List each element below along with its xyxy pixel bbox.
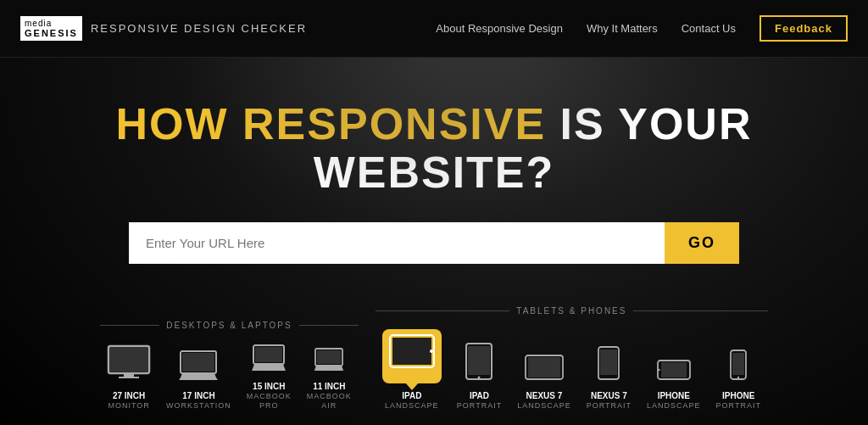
- iphone-portrait-label: IPHONE PORTRAIT: [716, 390, 761, 411]
- main-nav: About Responsive Design Why It Matters C…: [436, 15, 848, 42]
- workstation-17-label: 17 INCH WORKSTATION: [166, 390, 231, 411]
- ipad-landscape-label: IPAD LANDSCAPE: [385, 390, 439, 411]
- desktop-group: DESKTOPS & LAPTOPS 27 INCH MONI: [100, 321, 359, 415]
- macbook-pro-icon-wrap: [252, 344, 286, 374]
- device-macbook-pro-15[interactable]: 15 INCH MACBOOK PRO: [240, 340, 298, 415]
- nav-item-contact[interactable]: Contact Us: [682, 22, 736, 35]
- logo-genesis: GENESIS: [25, 28, 78, 38]
- svg-rect-3: [119, 377, 139, 378]
- svg-rect-7: [255, 347, 282, 362]
- svg-rect-11: [392, 338, 431, 365]
- logo-title: RESPONSIVE DESIGN CHECKER: [91, 22, 307, 35]
- iphone-landscape-label: IPHONE LANDSCAPE: [647, 390, 701, 411]
- devices-section: DESKTOPS & LAPTOPS 27 INCH MONI: [68, 298, 800, 415]
- ipad-portrait-icon: [465, 343, 492, 380]
- tablet-group-label: TABLETS & PHONES: [376, 306, 768, 316]
- nexus7-landscape-label: NEXUS 7 LANDSCAPE: [517, 390, 571, 411]
- logo-media: media: [25, 19, 78, 28]
- ipad-landscape-icon-wrap: [382, 329, 442, 383]
- device-macbook-air-11[interactable]: 11 INCH MACBOOK AIR: [300, 344, 359, 415]
- macbook-pro-icon: [252, 344, 286, 371]
- logo-area: media GENESIS RESPONSIVE DESIGN CHECKER: [20, 16, 307, 41]
- macbook-pro-15-label: 15 INCH MACBOOK PRO: [247, 381, 292, 411]
- site-header: media GENESIS RESPONSIVE DESIGN CHECKER …: [0, 0, 868, 58]
- nav-item-about[interactable]: About Responsive Design: [436, 22, 563, 35]
- nexus7-landscape-icon: [525, 355, 564, 380]
- iphone-portrait-icon: [730, 350, 747, 380]
- svg-rect-2: [124, 373, 134, 377]
- desktop-group-label: DESKTOPS & LAPTOPS: [100, 321, 359, 330]
- monitor-icon-wrap: [107, 344, 151, 383]
- svg-rect-17: [528, 357, 560, 377]
- svg-rect-14: [468, 346, 490, 375]
- svg-rect-5: [182, 353, 214, 372]
- tablet-devices-row: IPAD LANDSCAPE IPAD P: [376, 326, 768, 415]
- url-search-bar: GO: [129, 222, 739, 264]
- hero-section: HOW RESPONSIVE IS YOUR WEBSITE? GO DESKT…: [0, 58, 868, 425]
- monitor-icon: [107, 344, 151, 380]
- workstation-icon: [179, 350, 218, 380]
- macbook-air-icon-wrap: [314, 348, 343, 374]
- device-iphone-portrait[interactable]: IPHONE PORTRAIT: [709, 346, 768, 415]
- nexus7-portrait-icon: [598, 346, 620, 380]
- device-monitor-27[interactable]: 27 INCH MONITOR: [100, 341, 158, 415]
- go-button[interactable]: GO: [665, 222, 739, 264]
- headline-highlight: HOW RESPONSIVE: [116, 99, 547, 148]
- logo-box: media GENESIS: [20, 16, 82, 41]
- svg-rect-24: [732, 353, 744, 375]
- ipad-portrait-icon-wrap: [465, 343, 492, 383]
- svg-rect-9: [317, 350, 341, 364]
- ipad-portrait-label: IPAD PORTRAIT: [457, 390, 502, 411]
- svg-point-15: [478, 377, 481, 379]
- feedback-button[interactable]: Feedback: [760, 15, 848, 42]
- macbook-air-11-label: 11 INCH MACBOOK AIR: [307, 381, 352, 411]
- tablet-phone-group: TABLETS & PHONES IPAD LANDSCAPE: [376, 306, 768, 415]
- desktop-devices-row: 27 INCH MONITOR 17 INCH: [100, 340, 359, 415]
- nexus7-portrait-icon-wrap: [598, 346, 620, 383]
- monitor-27-label: 27 INCH MONITOR: [108, 390, 149, 411]
- svg-rect-1: [110, 348, 147, 372]
- device-ipad-landscape[interactable]: IPAD LANDSCAPE: [376, 326, 448, 415]
- iphone-landscape-icon: [657, 360, 691, 380]
- hero-headline: HOW RESPONSIVE IS YOUR WEBSITE?: [68, 100, 800, 197]
- device-iphone-landscape[interactable]: IPHONE LANDSCAPE: [640, 356, 708, 415]
- iphone-portrait-icon-wrap: [730, 350, 747, 383]
- device-ipad-portrait[interactable]: IPAD PORTRAIT: [450, 339, 509, 415]
- svg-rect-19: [600, 350, 617, 375]
- svg-rect-21: [661, 362, 687, 377]
- svg-point-12: [430, 350, 433, 353]
- url-input[interactable]: [129, 222, 665, 264]
- nexus7-portrait-label: NEXUS 7 PORTRAIT: [587, 390, 632, 411]
- svg-point-22: [658, 369, 659, 371]
- svg-point-25: [737, 377, 739, 378]
- device-workstation-17[interactable]: 17 INCH WORKSTATION: [159, 346, 238, 415]
- nexus7-landscape-icon-wrap: [525, 355, 564, 383]
- iphone-landscape-icon-wrap: [657, 360, 691, 383]
- device-nexus7-landscape[interactable]: NEXUS 7 LANDSCAPE: [510, 351, 578, 415]
- nav-item-why[interactable]: Why It Matters: [587, 22, 658, 35]
- ipad-landscape-icon: [389, 334, 435, 368]
- macbook-air-icon: [314, 348, 343, 371]
- device-nexus7-portrait[interactable]: NEXUS 7 PORTRAIT: [580, 343, 638, 415]
- workstation-icon-wrap: [179, 350, 218, 383]
